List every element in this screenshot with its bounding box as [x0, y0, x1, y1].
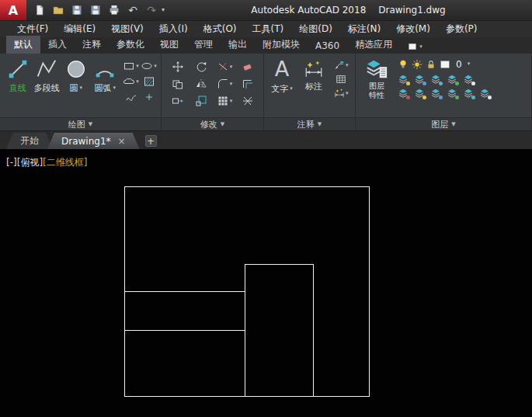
copy-tool[interactable]: [166, 75, 190, 92]
explode-tool[interactable]: [236, 92, 259, 109]
mirror-tool[interactable]: [190, 75, 213, 92]
spline-tool[interactable]: [122, 89, 140, 105]
redo-icon: ↷: [147, 5, 156, 16]
dimension-tool-label: 标注: [305, 81, 322, 92]
menu-parametric[interactable]: 参数(P): [438, 23, 485, 36]
menu-modify[interactable]: 修改(M): [388, 23, 438, 36]
redo-button[interactable]: ↷: [143, 2, 160, 18]
layer-previous-tool[interactable]: [414, 88, 425, 99]
layer-walk-tool[interactable]: [463, 88, 474, 99]
erase-icon: [242, 61, 254, 73]
tab-a360[interactable]: A360: [308, 38, 347, 54]
tab-featured-apps[interactable]: 精选应用: [347, 36, 400, 54]
layer-delete-tool[interactable]: [447, 88, 457, 99]
offset-tool[interactable]: [236, 75, 259, 92]
view-control[interactable]: [俯视]: [17, 157, 43, 168]
erase-tool[interactable]: [236, 58, 259, 75]
layer-tools-row-1: [398, 74, 490, 85]
scale-tool[interactable]: [190, 92, 213, 109]
layer-lock-tool[interactable]: [447, 74, 457, 85]
close-tab-icon[interactable]: ×: [118, 137, 126, 146]
tab-home[interactable]: 默认: [6, 36, 40, 54]
menu-tools[interactable]: 工具(T): [245, 23, 292, 36]
menu-format[interactable]: 格式(O): [196, 23, 245, 36]
array-icon: [217, 95, 229, 107]
ribbon-display-toggle[interactable]: ▾: [408, 42, 422, 54]
drawing-tab-label: Drawing1*: [61, 136, 111, 147]
stretch-tool[interactable]: [166, 92, 190, 109]
save-as-icon: [89, 4, 102, 16]
save-button[interactable]: [68, 2, 85, 18]
menu-edit[interactable]: 编辑(E): [56, 23, 103, 36]
menu-file[interactable]: 文件(F): [9, 23, 56, 36]
move-tool[interactable]: [166, 58, 190, 75]
polyline-tool[interactable]: 多段线: [33, 55, 62, 117]
save-as-button[interactable]: [87, 2, 104, 18]
annotate-panel-footer[interactable]: 注释 ▼: [264, 117, 355, 130]
layer-match-tool[interactable]: [463, 74, 474, 85]
leader-tool[interactable]: ▾: [334, 60, 349, 71]
autocad-logo-icon[interactable]: A: [0, 0, 26, 20]
tab-drawing1[interactable]: Drawing1* ×: [47, 133, 140, 149]
tab-parametric[interactable]: 参数化: [109, 36, 152, 54]
hatch-tool[interactable]: [140, 74, 158, 89]
tab-start[interactable]: 开始: [6, 133, 53, 149]
plot-button[interactable]: [106, 2, 123, 18]
rectangle-icon: [123, 60, 135, 72]
table-tool[interactable]: [334, 74, 349, 85]
dimension-style-tool[interactable]: ▾: [334, 88, 349, 99]
tab-output[interactable]: 输出: [221, 36, 255, 54]
new-file-button[interactable]: [31, 2, 48, 18]
fillet-tool[interactable]: ▾: [213, 75, 236, 92]
layers-panel-footer[interactable]: 图层 ▼: [356, 117, 531, 130]
dropdown-icon: ▾: [79, 85, 82, 91]
modify-panel-footer[interactable]: 修改 ▼: [162, 117, 263, 130]
rotate-tool[interactable]: [190, 58, 213, 75]
tab-manage[interactable]: 管理: [186, 36, 221, 54]
menu-dimension[interactable]: 标注(N): [340, 23, 388, 36]
new-drawing-button[interactable]: +: [145, 135, 157, 147]
menu-view[interactable]: 视图(V): [103, 23, 151, 36]
status-dot: [455, 96, 459, 99]
menu-draw[interactable]: 绘图(D): [291, 23, 340, 36]
panel-expand-icon: ▼: [318, 122, 322, 127]
layer-merge-tool[interactable]: [430, 88, 441, 99]
layer-off-tool[interactable]: [398, 74, 409, 85]
layer-tools-row-2: [398, 88, 490, 99]
viewport-menu-control[interactable]: [-]: [6, 157, 17, 168]
point-tool[interactable]: [140, 89, 158, 105]
line-tool[interactable]: 直线: [3, 55, 33, 117]
revision-cloud-tool[interactable]: ▾: [122, 74, 140, 89]
fillet-icon: [217, 78, 229, 90]
ellipse-tool[interactable]: ▾: [140, 58, 158, 74]
layer-selector[interactable]: 0 ▾: [398, 57, 490, 71]
undo-button[interactable]: ↶: [124, 2, 141, 18]
app-title: Autodesk AutoCAD 2018: [251, 5, 366, 16]
rectangle-tool[interactable]: ▾: [122, 58, 140, 74]
arc-icon: [93, 57, 116, 81]
scale-icon: [195, 95, 207, 107]
menu-insert[interactable]: 插入(I): [151, 23, 196, 36]
tab-addins[interactable]: 附加模块: [255, 36, 308, 54]
visual-style-control[interactable]: [二维线框]: [43, 157, 87, 168]
tab-view[interactable]: 视图: [152, 36, 186, 54]
layer-make-current-tool[interactable]: [398, 88, 409, 99]
layer-properties-tool[interactable]: 图层 特性: [359, 55, 395, 117]
tab-insert[interactable]: 插入: [40, 36, 75, 54]
draw-panel-footer[interactable]: 绘图 ▼: [0, 117, 161, 130]
drawing-canvas[interactable]: [0, 149, 532, 417]
layer-isolate-tool[interactable]: [414, 74, 425, 85]
array-tool[interactable]: ▾: [213, 92, 236, 109]
trim-tool[interactable]: ▾: [213, 58, 236, 75]
layer-properties-icon: [365, 57, 388, 81]
text-tool[interactable]: A 文字▾: [267, 55, 297, 117]
layer-state-tool[interactable]: [479, 88, 490, 99]
open-file-button[interactable]: [50, 2, 67, 18]
dimension-tool[interactable]: 标注: [297, 55, 331, 117]
layer-freeze-tool[interactable]: [430, 74, 441, 85]
tab-annotate[interactable]: 注释: [75, 36, 109, 54]
panel-annotate: A 文字▾ 标注 ▾ ▾ 注释 ▼: [264, 54, 356, 130]
circle-tool[interactable]: 圆▾: [61, 55, 91, 117]
arc-tool[interactable]: 圆弧▾: [91, 55, 120, 117]
point-icon: [143, 91, 155, 103]
